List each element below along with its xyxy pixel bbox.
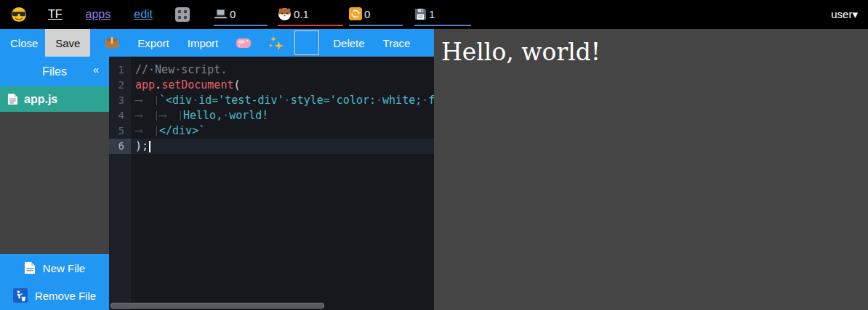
code-text: ⟶</div>` <box>131 123 205 139</box>
line-number: 6 <box>109 139 131 154</box>
line-number: 2 <box>109 78 131 93</box>
app-window: TF apps edit 0 <box>0 0 868 310</box>
text-cursor <box>149 141 150 152</box>
export-button[interactable]: Export <box>137 37 169 49</box>
file-name: app.js <box>24 93 57 106</box>
preview-text: Hello, world! <box>441 38 600 66</box>
user-menu-label: user <box>831 8 852 20</box>
stat-field-hamster[interactable]: 0.1 <box>278 4 343 26</box>
tab-whitespace-marker: ⟶ <box>135 93 159 108</box>
code-token: setDocument <box>161 78 233 91</box>
code-token: world! <box>229 109 268 122</box>
code-token: · <box>284 94 291 107</box>
code-text: ⟶⟶Hello,·world! <box>131 108 268 123</box>
code-line: 1//·New·script. <box>109 62 434 78</box>
collapse-panel-icon[interactable]: « <box>93 63 99 76</box>
nav-link-edit[interactable]: edit <box>134 8 153 21</box>
code-text: app.setDocument( <box>131 78 241 93</box>
code-token: . <box>155 78 161 91</box>
sunglasses-emoji-icon[interactable] <box>11 7 27 23</box>
new-file-button[interactable]: New File <box>0 254 109 282</box>
code-token: </div>` <box>159 124 205 137</box>
remove-file-button[interactable]: Remove File <box>0 282 109 309</box>
document-icon <box>7 93 18 105</box>
code-token: app <box>135 78 155 91</box>
soap-icon[interactable] <box>236 35 252 51</box>
line-number: 4 <box>109 108 131 123</box>
code-token: · <box>376 94 382 107</box>
code-line: 3⟶`<div·id='test-div'·style='color:·whit… <box>109 93 434 108</box>
code-line: 4⟶⟶Hello,·world! <box>109 108 434 123</box>
code-token: //·New·script. <box>135 63 227 76</box>
code-text: ); <box>131 139 150 154</box>
empty-swatch-button[interactable] <box>294 30 319 55</box>
files-panel-header: Files « <box>0 57 109 86</box>
stat-value: 0.1 <box>294 8 309 20</box>
code-token: white; <box>382 94 422 107</box>
tab-whitespace-marker: ⟶ <box>135 123 159 139</box>
file-actions-panel: New File Remove File <box>0 254 109 310</box>
code-text: ⟶`<div·id='test-div'·style='color:·white… <box>131 93 434 108</box>
code-token: · <box>222 109 229 122</box>
trace-button[interactable]: Trace <box>383 37 411 49</box>
close-button[interactable]: Close <box>10 37 38 49</box>
files-panel-title: Files <box>42 65 67 78</box>
package-icon[interactable] <box>104 35 120 51</box>
nav-link-apps[interactable]: apps <box>86 8 111 21</box>
stat-field-refresh[interactable]: 0 <box>349 4 403 26</box>
code-text: //·New·script. <box>131 62 227 78</box>
chevron-down-icon: ▾ <box>852 8 858 20</box>
code-line: 6); <box>109 139 434 154</box>
stat-value: 1 <box>429 8 435 20</box>
hamster-icon <box>278 7 292 21</box>
code-line: 2app.setDocument( <box>109 78 434 93</box>
stat-value: 0 <box>364 8 370 20</box>
tab-whitespace-marker: ⟶ <box>135 108 159 123</box>
stat-value: 0 <box>230 8 236 20</box>
new-file-label: New File <box>43 262 85 274</box>
code-token: style='color: <box>291 94 376 107</box>
remove-file-label: Remove File <box>35 290 96 302</box>
stat-field-laptop[interactable]: 0 <box>214 4 268 26</box>
line-number: 3 <box>109 93 131 108</box>
app-preview-panel: Hello, world! <box>434 29 868 310</box>
code-line: 5⟶</div>` <box>109 123 434 139</box>
line-number: 5 <box>109 123 131 139</box>
laptop-icon <box>214 9 228 20</box>
dice-icon[interactable] <box>174 7 190 23</box>
code-lines: 1//·New·script.2app.setDocument(3⟶`<div·… <box>109 62 434 154</box>
line-number: 1 <box>109 62 131 78</box>
nav-link-tf[interactable]: TF <box>48 8 63 21</box>
code-token: Hello, <box>183 109 222 122</box>
code-token: `<div <box>159 94 192 107</box>
code-token: · <box>422 94 428 107</box>
editor-toolbar: Close Save Export Import D <box>0 29 434 57</box>
user-menu[interactable]: user▾ <box>831 8 858 21</box>
code-token: ( <box>233 78 240 91</box>
save-button[interactable]: Save <box>45 29 90 57</box>
remove-file-icon <box>13 288 28 303</box>
stat-field-floppy[interactable]: 1 <box>414 4 471 26</box>
code-token: · <box>192 94 198 107</box>
floppy-icon <box>414 8 427 20</box>
sparkles-icon[interactable] <box>268 35 285 52</box>
new-file-icon <box>24 261 36 274</box>
refresh-icon <box>349 7 362 20</box>
tab-whitespace-marker: ⟶ <box>159 108 183 123</box>
file-item-appjs[interactable]: app.js <box>0 86 109 112</box>
horizontal-scrollbar[interactable] <box>110 303 324 309</box>
top-bar: TF apps edit 0 <box>0 0 868 29</box>
code-token: f <box>428 94 434 107</box>
delete-button[interactable]: Delete <box>333 37 364 49</box>
code-token: ); <box>135 139 148 152</box>
import-button[interactable]: Import <box>188 37 219 49</box>
code-token: id='test-div' <box>198 94 284 107</box>
code-editor[interactable]: 1//·New·script.2app.setDocument(3⟶`<div·… <box>109 57 434 310</box>
